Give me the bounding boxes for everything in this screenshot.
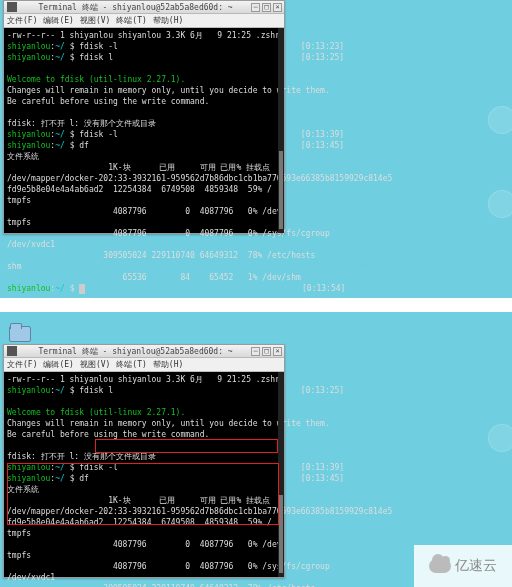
terminal-line: Welcome to fdisk (util-linux 2.27.1). <box>7 74 281 85</box>
window-title: Terminal 终端 - shiyanlou@52ab5a8ed60d: ~ <box>20 346 251 357</box>
terminal-line: fdisk: 打不开 l: 没有那个文件或目录 <box>7 451 281 462</box>
scrollbar[interactable] <box>278 28 284 233</box>
terminal-line: 4087796 0 4087796 0% /dev <box>7 539 281 550</box>
window-title: Terminal 终端 - shiyanlou@52ab5a8ed60d: ~ <box>20 2 251 13</box>
terminal-line: 1K-块 已用 可用 已用% 挂载点 <box>7 162 281 173</box>
terminal-line: tmpfs <box>7 195 281 206</box>
terminal-line: Be careful before using the write comman… <box>7 96 281 107</box>
terminal-line: shm <box>7 261 281 272</box>
menu-help[interactable]: 帮助(H) <box>153 359 183 370</box>
menu-file[interactable]: 文件(F) <box>7 15 37 26</box>
terminal-line: shiyanlou:~/ $ fdisk -l [0:13:39] <box>7 462 281 473</box>
terminal-line: shiyanlou:~/ $ fdisk l [0:13:25] <box>7 52 281 63</box>
terminal-line: Be careful before using the write comman… <box>7 429 281 440</box>
watermark-text: 亿速云 <box>455 557 497 575</box>
menu-term[interactable]: 终端(T) <box>116 359 146 370</box>
maximize-button[interactable]: □ <box>262 347 271 356</box>
terminal-line: /dev/xvdc1 <box>7 239 281 250</box>
minimize-button[interactable]: ‒ <box>251 347 260 356</box>
terminal-line: /dev/mapper/docker-202:33-3932161-959562… <box>7 506 281 517</box>
blurred-watermark: ······ <box>352 252 472 284</box>
terminal-line: /dev/xvdc1 <box>7 572 281 583</box>
terminal-window-1: Terminal 终端 - shiyanlou@52ab5a8ed60d: ~ … <box>3 0 285 234</box>
side-bubble-icon <box>488 106 512 134</box>
menu-term[interactable]: 终端(T) <box>116 15 146 26</box>
terminal-line: shiyanlou:~/ $ df [0:13:45] <box>7 473 281 484</box>
terminal-body[interactable]: -rw-r--r-- 1 shiyanlou shiyanlou 3.3K 6月… <box>4 28 284 233</box>
folder-icon[interactable] <box>9 326 31 342</box>
terminal-body[interactable]: -rw-r--r-- 1 shiyanlou shiyanlou 3.3K 6月… <box>4 372 284 577</box>
terminal-line: 4087796 0 4087796 0% /sys/fs/cgroup <box>7 561 281 572</box>
terminal-line: Changes will remain in memory only, unti… <box>7 85 281 96</box>
terminal-line: tmpfs <box>7 217 281 228</box>
terminal-line: 4087796 0 4087796 0% /sys/fs/cgroup <box>7 228 281 239</box>
terminal-line <box>7 63 281 74</box>
maximize-button[interactable]: □ <box>262 3 271 12</box>
terminal-line: shiyanlou:~/ $ fdisk l [0:13:25] <box>7 385 281 396</box>
close-button[interactable]: × <box>273 347 282 356</box>
terminal-line: 4087796 0 4087796 0% /dev <box>7 206 281 217</box>
terminal-line: Changes will remain in memory only, unti… <box>7 418 281 429</box>
watermark: 亿速云 <box>414 545 512 587</box>
menubar: 文件(F) 编辑(E) 视图(V) 终端(T) 帮助(H) <box>4 14 284 28</box>
side-bubble-icon <box>488 190 512 218</box>
terminal-line: fd9e5b8e04e4a4ab6ad2 12254384 6749508 48… <box>7 517 281 528</box>
menu-help[interactable]: 帮助(H) <box>153 15 183 26</box>
scrollbar-thumb[interactable] <box>279 151 283 229</box>
terminal-line: 65536 84 65452 1% /dev/shm <box>7 272 281 283</box>
menu-file[interactable]: 文件(F) <box>7 359 37 370</box>
menu-edit[interactable]: 编辑(E) <box>43 359 73 370</box>
titlebar[interactable]: Terminal 终端 - shiyanlou@52ab5a8ed60d: ~ … <box>4 1 284 14</box>
scrollbar-thumb[interactable] <box>279 495 283 573</box>
terminal-line: Welcome to fdisk (util-linux 2.27.1). <box>7 407 281 418</box>
terminal-line: 309505024 229110740 64649312 78% /etc/ho… <box>7 250 281 261</box>
scrollbar[interactable] <box>278 372 284 577</box>
cloud-icon <box>429 559 451 573</box>
terminal-line: shiyanlou:~/ $ fdisk -l [0:13:39] <box>7 129 281 140</box>
menubar: 文件(F) 编辑(E) 视图(V) 终端(T) 帮助(H) <box>4 358 284 372</box>
terminal-line <box>7 107 281 118</box>
terminal-line: 文件系统 <box>7 484 281 495</box>
terminal-icon <box>7 346 17 356</box>
titlebar[interactable]: Terminal 终端 - shiyanlou@52ab5a8ed60d: ~ … <box>4 345 284 358</box>
menu-view[interactable]: 视图(V) <box>80 15 110 26</box>
terminal-line: fd9e5b8e04e4a4ab6ad2 12254384 6749508 48… <box>7 184 281 195</box>
terminal-line: -rw-r--r-- 1 shiyanlou shiyanlou 3.3K 6月… <box>7 374 281 385</box>
terminal-line: shiyanlou:~/ $ fdisk -l [0:13:23] <box>7 41 281 52</box>
terminal-line <box>7 440 281 451</box>
menu-edit[interactable]: 编辑(E) <box>43 15 73 26</box>
menu-view[interactable]: 视图(V) <box>80 359 110 370</box>
terminal-window-2: Terminal 终端 - shiyanlou@52ab5a8ed60d: ~ … <box>3 344 285 578</box>
terminal-line: shiyanlou:~/ $ [0:13:54] <box>7 283 281 294</box>
close-button[interactable]: × <box>273 3 282 12</box>
terminal-line: 1K-块 已用 可用 已用% 挂载点 <box>7 495 281 506</box>
terminal-line: tmpfs <box>7 550 281 561</box>
terminal-line: tmpfs <box>7 528 281 539</box>
terminal-line: /dev/mapper/docker-202:33-3932161-959562… <box>7 173 281 184</box>
side-bubble-icon <box>488 424 512 452</box>
terminal-line: 309505024 229110740 64649312 78% /etc/ho… <box>7 583 281 587</box>
minimize-button[interactable]: ‒ <box>251 3 260 12</box>
terminal-icon <box>7 2 17 12</box>
terminal-line <box>7 396 281 407</box>
terminal-line: 文件系统 <box>7 151 281 162</box>
terminal-line: fdisk: 打不开 l: 没有那个文件或目录 <box>7 118 281 129</box>
terminal-line: shiyanlou:~/ $ df [0:13:45] <box>7 140 281 151</box>
terminal-line: -rw-r--r-- 1 shiyanlou shiyanlou 3.3K 6月… <box>7 30 281 41</box>
